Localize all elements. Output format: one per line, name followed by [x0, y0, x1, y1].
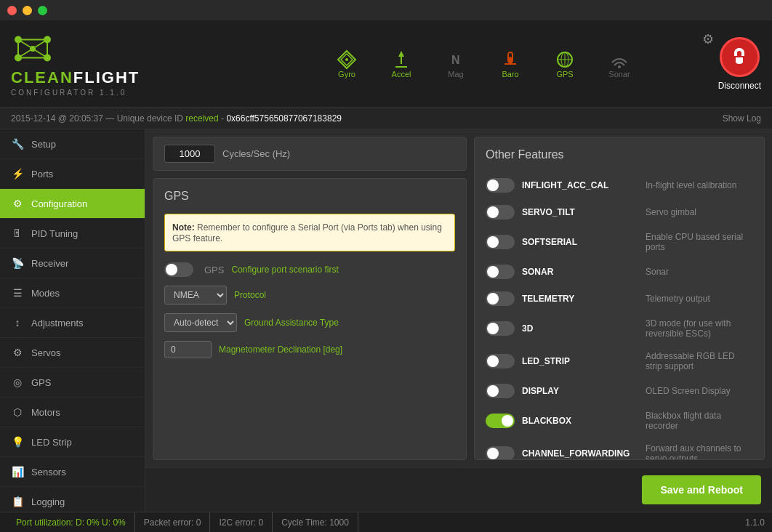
sidebar: 🔧 Setup ⚡ Ports ⚙ Configuration 🎚 PID Tu… [0, 129, 145, 512]
minimize-button[interactable] [23, 6, 32, 15]
nav-icon-gyro[interactable]: Gyro [321, 44, 372, 84]
bottom-bar: Port utilization: D: 0% U: 0% Packet err… [0, 512, 772, 532]
save-area: Save and Reboot [145, 467, 772, 512]
gps-note: Note: Remember to configure a Serial Por… [164, 214, 455, 251]
logo: CLEANFLIGHT CONFIGURATOR 1.1.0 [11, 31, 140, 97]
sidebar-item-modes[interactable]: ☰ Modes [0, 278, 145, 308]
sidebar-item-gps[interactable]: ◎ GPS [0, 368, 145, 398]
svg-point-10 [30, 46, 36, 52]
cycles-panel: 1000 Cycles/Sec (Hz) [153, 137, 467, 171]
gps-note-text: Remember to configure a Serial Port (via… [172, 222, 442, 243]
gyro-label: Gyro [338, 70, 355, 78]
sidebar-item-setup[interactable]: 🔧 Setup [0, 129, 145, 159]
svg-marker-13 [398, 51, 404, 57]
sidebar-item-sensors[interactable]: 📊 Sensors [0, 457, 145, 487]
sidebar-item-adjustments[interactable]: ↕ Adjustments [0, 308, 145, 338]
feature-row-led-strip: LED_STRIP Addressable RGB LED strip supp… [486, 345, 753, 378]
servo-tilt-desc: Servo gimbal [646, 207, 753, 217]
main-content: 1000 Cycles/Sec (Hz) GPS Note: Remember … [145, 129, 772, 512]
nav-icon-sonar[interactable]: Sonar [594, 44, 645, 84]
packet-error: Packet error: 0 [135, 512, 211, 532]
sidebar-label-sensors: Sensors [31, 467, 66, 477]
feature-row-servo-tilt: SERVO_TILT Servo gimbal [486, 199, 753, 226]
channel-fwd-desc: Forward aux channels to servo outputs [646, 443, 753, 460]
servo-tilt-name: SERVO_TILT [522, 207, 638, 217]
disconnect-button[interactable]: Disconnect [718, 37, 761, 91]
nav-icon-mag[interactable]: N Mag [430, 44, 481, 84]
3d-name: 3D [522, 323, 638, 334]
sidebar-label-setup: Setup [31, 139, 56, 150]
led-icon: 💡 [11, 436, 24, 448]
accel-label: Accel [392, 70, 411, 78]
show-log-button[interactable]: Show Log [723, 113, 761, 124]
softserial-name: SOFTSERIAL [522, 237, 638, 247]
mag-decl-label: Magnetometer Declination [deg] [219, 344, 342, 355]
servos-icon: ⚙ [11, 347, 24, 358]
sidebar-item-ports[interactable]: ⚡ Ports [0, 159, 145, 189]
blackbox-name: BLACKBOX [522, 416, 638, 426]
softserial-toggle[interactable] [486, 235, 515, 249]
feature-row-inflight: INFLIGHT_ACC_CAL In-flight level calibra… [486, 172, 753, 199]
3d-toggle[interactable] [486, 321, 515, 336]
protocol-label: Protocol [234, 290, 266, 300]
3d-desc: 3D mode (for use with reversible ESCs) [646, 318, 753, 339]
sidebar-item-servos[interactable]: ⚙ Servos [0, 338, 145, 368]
disconnect-circle [720, 37, 760, 77]
sidebar-item-configuration[interactable]: ⚙ Configuration [0, 189, 145, 219]
display-toggle[interactable] [486, 384, 515, 398]
protocol-select[interactable]: NMEA UBLOX UBLOX7 MTK [164, 286, 227, 305]
gps-toggle-label: GPS [204, 265, 224, 275]
gps-toggle[interactable] [164, 262, 193, 277]
sidebar-item-logging[interactable]: 📋 Logging [0, 487, 145, 512]
sidebar-label-gps: GPS [31, 377, 51, 388]
led-strip-desc: Addressable RGB LED strip support [646, 351, 753, 371]
nav-icon-baro[interactable]: Baro [485, 44, 536, 84]
save-reboot-button[interactable]: Save and Reboot [642, 475, 761, 504]
sidebar-label-motors: Motors [31, 407, 60, 418]
sidebar-item-receiver[interactable]: 📡 Receiver [0, 249, 145, 278]
sidebar-item-pid-tuning[interactable]: 🎚 PID Tuning [0, 219, 145, 249]
sidebar-item-led-strip[interactable]: 💡 LED Strip [0, 427, 145, 457]
cycles-input[interactable]: 1000 [164, 145, 215, 163]
gear-icon[interactable]: ⚙ [702, 31, 714, 47]
feature-row-3d: 3D 3D mode (for use with reversible ESCs… [486, 313, 753, 345]
motors-icon: ⬡ [11, 406, 24, 418]
feature-row-softserial: SOFTSERIAL Enable CPU based serial ports [486, 226, 753, 259]
gps-panel: GPS Note: Remember to configure a Serial… [153, 178, 467, 460]
feature-row-sonar: SONAR Sonar [486, 259, 753, 286]
cycle-time: Cycle Time: 1000 [273, 512, 358, 532]
header: CLEANFLIGHT CONFIGURATOR 1.1.0 ⚙ Gyro Ac… [0, 20, 772, 108]
close-button[interactable] [7, 6, 17, 15]
statusbar: 2015-12-14 @ 20:05:37 — Unique device ID… [0, 108, 772, 129]
blackbox-toggle[interactable] [486, 414, 515, 428]
sonar-desc: Sonar [646, 267, 753, 277]
sidebar-item-motors[interactable]: ⬡ Motors [0, 398, 145, 427]
sonar-toggle[interactable] [486, 265, 515, 279]
protocol-row: NMEA UBLOX UBLOX7 MTK Protocol [164, 286, 455, 305]
gps-panel-title: GPS [164, 190, 455, 203]
servo-tilt-toggle[interactable] [486, 205, 515, 219]
sidebar-label-ports: Ports [31, 169, 53, 180]
gps-icon: ◎ [11, 376, 24, 388]
inflight-name: INFLIGHT_ACC_CAL [522, 180, 638, 190]
mag-label: Mag [448, 70, 463, 78]
pid-icon: 🎚 [11, 227, 24, 239]
channel-fwd-toggle[interactable] [486, 446, 515, 460]
status-sep: — [103, 113, 117, 124]
sensors-icon: 📊 [11, 466, 24, 477]
ground-assist-select[interactable]: Auto-detect Europe USA Australia [164, 313, 237, 332]
cycles-label: Cycles/Sec (Hz) [222, 148, 290, 159]
right-panel: Other Features INFLIGHT_ACC_CAL In-fligh… [474, 137, 765, 460]
ports-icon: ⚡ [11, 168, 24, 180]
left-panel: 1000 Cycles/Sec (Hz) GPS Note: Remember … [153, 137, 467, 460]
telemetry-toggle[interactable] [486, 291, 515, 306]
feature-row-blackbox: BLACKBOX Blackbox flight data recorder [486, 405, 753, 438]
nav-icon-accel[interactable]: Accel [376, 44, 427, 84]
svg-rect-17 [509, 57, 512, 64]
maximize-button[interactable] [38, 6, 47, 15]
mag-decl-input[interactable] [164, 341, 212, 358]
inflight-toggle[interactable] [486, 178, 515, 193]
nav-icon-gps[interactable]: GPS [539, 44, 590, 84]
led-strip-toggle[interactable] [486, 354, 515, 368]
softserial-desc: Enable CPU based serial ports [646, 232, 753, 252]
